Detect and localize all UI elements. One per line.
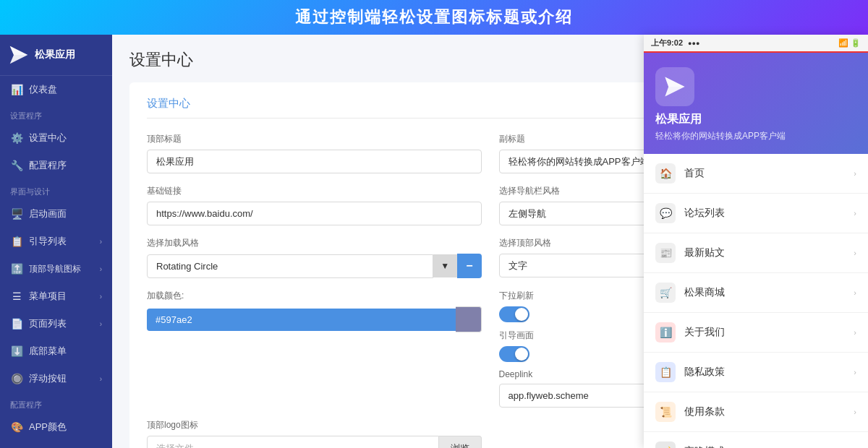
privacy-menu-label: 隐私政策 xyxy=(684,366,854,379)
panel-app-icon xyxy=(655,67,694,106)
top-banner: 通过控制端轻松设置图标标题或介绍 xyxy=(0,0,868,35)
panel-menu: 🏠 首页 › 💬 论坛列表 › 📰 最新贴文 › 🛒 松果商城 › ℹ️ xyxy=(644,154,868,448)
shop-chevron: › xyxy=(854,288,856,297)
sidebar-item-bottom-menu[interactable]: ⬇️ 底部菜单 xyxy=(0,337,112,365)
sidebar-logo: 松果应用 xyxy=(0,35,112,76)
sidebar-label-menu: 菜单项目 xyxy=(29,290,67,303)
sidebar-label-bottom-menu: 底部菜单 xyxy=(29,345,67,358)
load-style-select[interactable]: Rotating Circle xyxy=(147,254,433,278)
terms-menu-icon: 📜 xyxy=(655,402,676,422)
right-panel: 上午9:02 ●●● 📶 🔋 松果应用 轻松将你的网站转换成APP客户端 🏠 首… xyxy=(644,35,868,448)
dashboard-icon: 📊 xyxy=(10,83,23,96)
sidebar-label-guide: 引导列表 xyxy=(29,235,67,248)
panel-menu-item-privacy[interactable]: 📋 隐私政策 › xyxy=(644,353,868,392)
sidebar-section-settings: 设置程序 xyxy=(0,103,112,124)
panel-app-name: 松果应用 xyxy=(655,112,856,127)
chevron-icon5: › xyxy=(100,375,102,383)
about-chevron: › xyxy=(854,328,856,337)
chevron-icon2: › xyxy=(100,265,102,273)
file-browse-btn[interactable]: 浏览 xyxy=(439,436,482,448)
sidebar-item-menu[interactable]: ☰ 菜单项目 › xyxy=(0,283,112,310)
shop-menu-label: 松果商城 xyxy=(684,286,854,299)
svg-marker-1 xyxy=(10,46,28,55)
load-style-label: 选择加载风格 xyxy=(147,237,482,249)
color-swatch[interactable] xyxy=(456,306,482,332)
privacy-menu-icon: 📋 xyxy=(655,362,676,382)
sidebar-item-guide[interactable]: 📋 引导列表 › xyxy=(0,228,112,255)
guide-toggle[interactable] xyxy=(499,346,529,362)
bottom-menu-icon: ⬇️ xyxy=(10,345,23,358)
home-chevron: › xyxy=(854,169,856,178)
base-link-label: 基础链接 xyxy=(147,185,482,197)
sidebar: 松果应用 📊 仪表盘 设置程序 ⚙️ 设置中心 🔧 配置程序 界面与设计 🖥️ … xyxy=(0,35,112,448)
sidebar-item-nav-icon[interactable]: 🔝 顶部导航图标 › xyxy=(0,255,112,283)
sidebar-section-config2: 配置程序 xyxy=(0,392,112,413)
night-menu-label: 夜晚模式 xyxy=(684,445,854,448)
file-placeholder: 选择文件 xyxy=(147,436,439,448)
app-color-icon: 🎨 xyxy=(10,421,23,434)
form-group-load-style: 选择加载风格 Rotating Circle ▼ − xyxy=(147,237,482,278)
load-color-label: 加载颜色: xyxy=(147,290,482,302)
select-arrow-btn[interactable]: ▼ xyxy=(433,254,457,277)
sidebar-item-dashboard[interactable]: 📊 仪表盘 xyxy=(0,76,112,103)
sidebar-item-app-color[interactable]: 🎨 APP颜色 xyxy=(0,413,112,441)
form-group-base-link: 基础链接 xyxy=(147,185,482,225)
form-group-top-title: 顶部标题 xyxy=(147,133,482,173)
logo-icon xyxy=(9,45,29,65)
splash-icon: 🖥️ xyxy=(10,207,23,220)
color-row xyxy=(147,306,482,332)
about-menu-icon: ℹ️ xyxy=(655,322,676,343)
panel-menu-item-about[interactable]: ℹ️ 关于我们 › xyxy=(644,313,868,353)
top-title-label: 顶部标题 xyxy=(147,133,482,145)
panel-status-bar: 上午9:02 ●●● 📶 🔋 xyxy=(644,35,868,53)
sidebar-item-settings[interactable]: ⚙️ 设置中心 xyxy=(0,124,112,152)
sidebar-item-pages[interactable]: 📄 页面列表 › xyxy=(0,310,112,337)
chevron-icon: › xyxy=(100,238,102,246)
home-menu-label: 首页 xyxy=(684,167,854,180)
select-minus-btn[interactable]: − xyxy=(457,254,481,278)
color-input[interactable] xyxy=(147,309,456,331)
top-title-input[interactable] xyxy=(147,150,482,173)
panel-menu-item-forum[interactable]: 💬 论坛列表 › xyxy=(644,194,868,233)
forum-menu-label: 论坛列表 xyxy=(684,207,854,220)
form-group-load-color: 加载颜色: xyxy=(147,290,482,408)
panel-menu-item-terms[interactable]: 📜 使用条款 › xyxy=(644,392,868,432)
home-menu-icon: 🏠 xyxy=(655,163,676,184)
chevron-icon4: › xyxy=(100,320,102,328)
panel-menu-item-home[interactable]: 🏠 首页 › xyxy=(644,154,868,194)
panel-app-header: 松果应用 轻松将你的网站转换成APP客户端 xyxy=(644,53,868,154)
pull-refresh-toggle[interactable] xyxy=(499,306,529,322)
sidebar-label-float-btn: 浮动按钮 xyxy=(29,372,67,385)
sidebar-section-design: 界面与设计 xyxy=(0,179,112,200)
pages-icon: 📄 xyxy=(10,317,23,330)
sidebar-item-splash[interactable]: 🖥️ 启动画面 xyxy=(0,200,112,228)
shop-menu-icon: 🛒 xyxy=(655,283,676,303)
panel-menu-item-night[interactable]: 🌙 夜晚模式 › xyxy=(644,432,868,448)
base-link-input[interactable] xyxy=(147,202,482,225)
privacy-chevron: › xyxy=(854,368,856,376)
svg-marker-5 xyxy=(665,77,684,87)
panel-menu-item-shop[interactable]: 🛒 松果商城 › xyxy=(644,273,868,313)
posts-menu-icon: 📰 xyxy=(655,243,676,263)
about-menu-label: 关于我们 xyxy=(684,326,854,339)
sidebar-item-float-btn[interactable]: 🔘 浮动按钮 › xyxy=(0,365,112,392)
forum-menu-icon: 💬 xyxy=(655,203,676,223)
sidebar-item-config[interactable]: 🔧 配置程序 xyxy=(0,152,112,179)
sidebar-label-pages: 页面列表 xyxy=(29,317,67,330)
config-icon: 🔧 xyxy=(10,159,23,172)
terms-menu-label: 使用条款 xyxy=(684,405,854,418)
sidebar-label-nav-icon: 顶部导航图标 xyxy=(29,263,81,275)
night-menu-icon: 🌙 xyxy=(655,441,676,448)
sidebar-label-app-color: APP颜色 xyxy=(29,421,67,434)
panel-menu-item-posts[interactable]: 📰 最新贴文 › xyxy=(644,233,868,273)
terms-chevron: › xyxy=(854,408,856,416)
guide-icon: 📋 xyxy=(10,235,23,248)
panel-logo-icon xyxy=(663,75,686,98)
posts-chevron: › xyxy=(854,249,856,257)
sidebar-label-config: 配置程序 xyxy=(29,159,67,172)
load-style-row: Rotating Circle ▼ − xyxy=(147,254,482,278)
float-btn-icon: 🔘 xyxy=(10,372,23,385)
menu-icon: ☰ xyxy=(10,290,23,303)
sidebar-label-dashboard: 仪表盘 xyxy=(29,83,57,96)
banner-text: 通过控制端轻松设置图标标题或介绍 xyxy=(295,7,573,28)
